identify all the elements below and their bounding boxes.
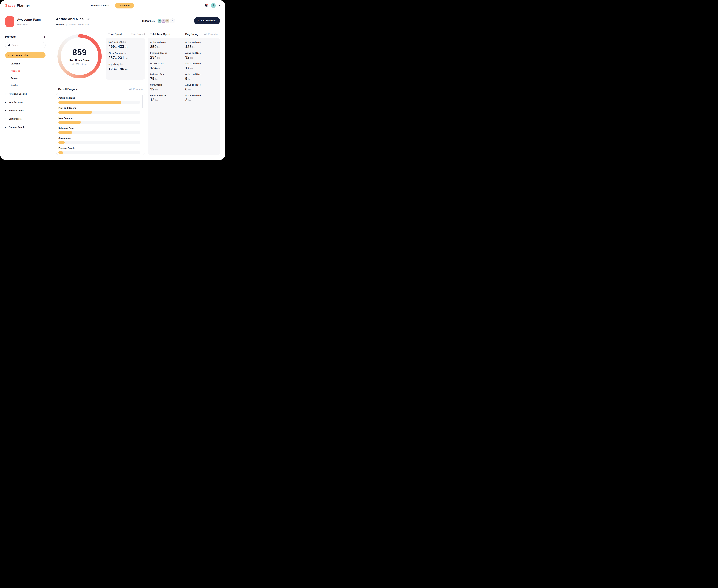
member-avatars: + [157, 18, 175, 23]
time-spent-row: Bug Fixing, hrs 123 of 196 est. [108, 63, 142, 71]
overall-progress-scope[interactable]: All Projects [125, 88, 143, 90]
project-category: Frontend [56, 23, 65, 26]
top-header: Savvy Planner Projects & Tasks Dashboard… [0, 0, 225, 11]
time-spent-scope[interactable]: This Project [128, 33, 145, 36]
bug-stat: Active and Nice17 hrs [185, 62, 218, 73]
bug-stat: Active and Nice9 hrs [185, 73, 218, 84]
progress-bar [58, 141, 140, 144]
total-time-column: Active and Nice859 hrs First and Second2… [150, 41, 185, 152]
members-count: 25 Members [142, 20, 155, 22]
total-stat: First and Second234 hrs [150, 52, 185, 62]
member-avatar[interactable] [165, 18, 170, 23]
sidebar-item-new-persona[interactable]: ▶ New Persona [5, 98, 45, 106]
chevron-up-icon: ▲ [8, 55, 9, 56]
search-input[interactable] [12, 44, 43, 46]
progress-row: New Persona [58, 117, 140, 124]
sidebar: Awesome Team Workspace Projects + ▲ Acti… [0, 11, 51, 160]
logo-primary: Savvy [5, 3, 16, 7]
nav-dashboard[interactable]: Dashboard [115, 3, 134, 8]
progress-row: Italic and Rest [58, 127, 140, 134]
progress-row: Famous People [58, 147, 140, 154]
bug-stat: Active and Nice123 hrs [185, 41, 218, 52]
chevron-right-icon: ▶ [5, 102, 6, 103]
projects-heading: Projects [5, 35, 16, 38]
project-search[interactable] [5, 42, 45, 48]
main-content: Active and Nice Frontend|Deadline: 20 Fe… [51, 11, 225, 160]
chevron-right-icon: ▶ [5, 118, 6, 120]
user-avatar[interactable] [211, 3, 216, 8]
edit-title-icon[interactable] [87, 18, 90, 21]
sidebar-subitem-frontend[interactable]: Frontend [5, 67, 45, 75]
bug-fixing-scope[interactable]: All Projects [200, 33, 218, 36]
chevron-down-icon[interactable]: ▼ [219, 5, 220, 6]
chevron-right-icon: ▶ [5, 93, 6, 94]
members-group: 25 Members + [142, 18, 175, 23]
scrollbar-thumb[interactable] [142, 95, 143, 108]
sidebar-subitem-testing[interactable]: Testing [5, 82, 45, 89]
sidebar-item-famous-people[interactable]: ▶ Famous People [5, 123, 45, 131]
bug-stat: Active and Nice2 hrs [185, 94, 218, 105]
overall-progress-card: Active and Nice First and Second New Per… [56, 93, 145, 155]
total-stat: Active and Nice859 hrs [150, 41, 185, 52]
time-spent-card: Main Screens, hrs 499 of 432 est. Other … [106, 38, 145, 80]
overall-progress-heading: Overall Progress [58, 88, 78, 91]
chevron-right-icon: ▶ [5, 126, 6, 128]
hours-donut-chart: 859 Fact Hours Spent of 1000 est. hrs [58, 34, 102, 78]
progress-bar [58, 121, 140, 124]
bug-fixing-column: Active and Nice123 hrs Active and Nice32… [185, 41, 218, 152]
progress-row: First and Second [58, 107, 140, 114]
total-stat: Italic and Rest75 hrs [150, 73, 185, 84]
project-sub-list: Backend Frontend Design Testing [5, 60, 45, 89]
time-spent-row: Main Screens, hrs 499 of 432 est. [108, 41, 142, 49]
totals-card: Active and Nice859 hrs First and Second2… [148, 38, 220, 155]
search-icon [7, 44, 10, 47]
sidebar-item-italic-and-rest[interactable]: ▶ Italic and Rest [5, 106, 45, 115]
app-logo: Savvy Planner [5, 3, 30, 7]
total-stat: Famous People12 hrs [150, 94, 185, 105]
header-right: ▼ [205, 3, 220, 8]
sidebar-item-active-and-nice[interactable]: ▲ Active and Nice [5, 52, 45, 58]
bug-stat: Active and Nice6 hrs [185, 84, 218, 94]
total-time-heading: Total Time Spent [150, 33, 170, 36]
project-meta: Frontend|Deadline: 20 Feb 2024 [56, 23, 89, 26]
bug-fixing-heading: Bug Fixing [185, 33, 198, 36]
notification-bell-icon[interactable] [205, 4, 208, 7]
workspace-name: Awesome Team [17, 18, 41, 22]
fact-hours-sublabel: of 1000 est. hrs [72, 63, 87, 65]
project-deadline: Deadline: 20 Feb 2024 [67, 23, 89, 26]
sidebar-item-first-and-second[interactable]: ▶ First and Second [5, 90, 45, 98]
nav-projects-tasks[interactable]: Projects & Tasks [91, 4, 109, 7]
progress-bar [58, 101, 140, 104]
sidebar-subitem-backend[interactable]: Backend [5, 60, 45, 67]
fact-hours-label: Fact Hours Spent [69, 59, 90, 62]
fact-hours-value: 859 [73, 47, 87, 57]
sidebar-item-scruumpers[interactable]: ▶ Scruumpers [5, 115, 45, 123]
workspace-card: Awesome Team Workspace [5, 16, 45, 27]
top-navigation: Projects & Tasks Dashboard [91, 3, 134, 8]
add-project-icon[interactable]: + [43, 35, 45, 39]
page-title: Active and Nice [56, 17, 84, 21]
progress-bar [58, 131, 140, 134]
sidebar-subitem-design[interactable]: Design [5, 75, 45, 82]
app-window: Savvy Planner Projects & Tasks Dashboard… [0, 0, 225, 160]
time-spent-heading: Time Spent [108, 33, 122, 36]
add-member-button[interactable]: + [170, 19, 175, 23]
workspace-logo [5, 16, 14, 27]
time-spent-row: Other Screens, hrs 237 of 231 est. [108, 52, 142, 60]
total-stat: New Persona134 hrs [150, 62, 185, 73]
chevron-right-icon: ▶ [5, 110, 6, 111]
progress-row: Scruumpers [58, 137, 140, 144]
progress-bar [58, 111, 140, 114]
workspace-type: Workspace [17, 23, 41, 25]
logo-secondary: Planner [17, 3, 30, 7]
create-schedule-button[interactable]: Create Schedule [194, 17, 220, 24]
bug-stat: Active and Nice32 hrs [185, 52, 218, 62]
total-stat: Scruumpers32 hrs [150, 84, 185, 94]
progress-bar [58, 151, 140, 154]
progress-row: Active and Nice [58, 97, 140, 104]
